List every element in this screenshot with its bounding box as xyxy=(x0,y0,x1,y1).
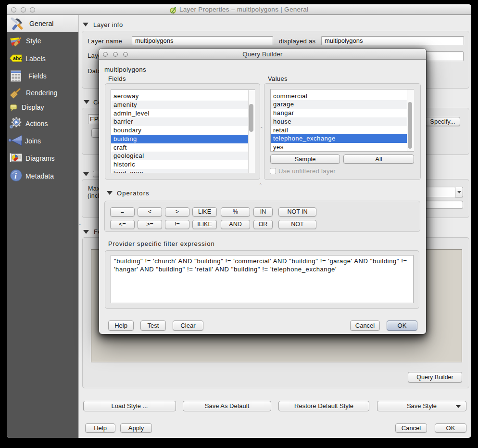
svg-text:i: i xyxy=(14,171,17,180)
svg-text:abc: abc xyxy=(13,55,22,61)
